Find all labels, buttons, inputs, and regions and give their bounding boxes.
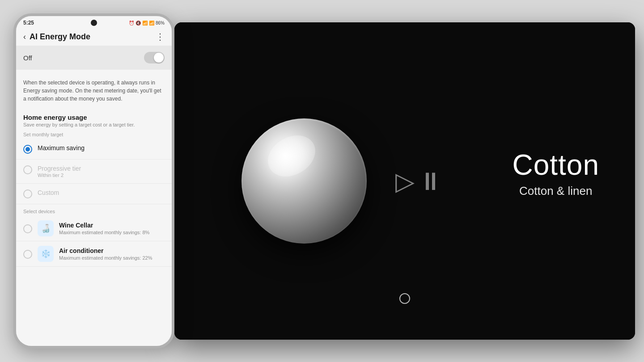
monthly-target-label: Set monthly target [16,128,172,139]
header-left: ‹ AI Energy Mode [23,32,90,42]
metallic-knob [242,118,367,244]
cotton-text-area: Cotton Cotton & linen [512,149,599,198]
status-time: 5:25 [23,20,34,26]
wine-cellar-info: Wine Cellar Maximum estimated monthly sa… [59,222,165,235]
app-title: AI Energy Mode [30,32,90,42]
main-scene: 5:25 ⏰ 🔇 📶 📶 86% ‹ AI Energy Mode ⋮ [0,0,644,362]
home-energy-title: Home energy usage [23,114,165,121]
play-pause-icon[interactable]: ▷ ⏸ [395,167,441,196]
off-toggle[interactable] [144,52,165,63]
wine-cellar-icon: 🍶 [38,220,54,236]
tv-screen: ▷ ⏸ Cotton Cotton & linen [174,22,635,340]
air-conditioner-savings: Maximum estimated monthly savings: 22% [59,255,165,261]
select-devices-label: Select devices [16,204,172,216]
volume-icon: 🔇 [136,21,141,25]
radio-label-custom: Custom [38,189,59,196]
cycle-subtitle: Cotton & linen [512,184,599,198]
radio-maximum-saving[interactable]: Maximum saving [16,139,172,160]
circle-indicator[interactable] [399,293,410,304]
radio-label-maximum: Maximum saving [38,144,85,152]
description-text: When the selected device is operating, i… [16,73,172,108]
wine-cellar-savings: Maximum estimated monthly savings: 8% [59,230,165,235]
home-energy-section: Home energy usage Save energy by setting… [16,108,172,128]
toggle-row: Off [16,46,172,70]
air-conditioner-name: Air conditioner [59,247,165,254]
phone-content: Off When the selected device is operatin… [16,46,172,346]
device-radio-wine-cellar [23,224,32,233]
radio-sublabel-progressive: Within tier 2 [38,173,81,178]
signal-icon: 📶 [149,21,154,25]
camera-notch [91,20,97,26]
air-conditioner-info: Air conditioner Maximum estimated monthl… [59,247,165,261]
device-item-wine-cellar[interactable]: 🍶 Wine Cellar Maximum estimated monthly … [16,216,172,241]
radio-progressive-tier[interactable]: Progressive tier Within tier 2 [16,160,172,184]
device-item-air-conditioner[interactable]: ❄️ Air conditioner Maximum estimated mon… [16,241,172,267]
toggle-label: Off [23,54,32,62]
radio-custom[interactable]: Custom [16,184,172,204]
app-header: ‹ AI Energy Mode ⋮ [16,28,172,46]
cycle-name: Cotton [512,149,599,181]
wine-cellar-name: Wine Cellar [59,222,165,229]
tv-panel: ▷ ⏸ Cotton Cotton & linen [174,22,635,340]
alarm-icon: ⏰ [129,21,134,25]
phone-device: 5:25 ⏰ 🔇 📶 📶 86% ‹ AI Energy Mode ⋮ [13,13,174,349]
radio-circle-progressive [23,165,32,174]
phone-container: 5:25 ⏰ 🔇 📶 📶 86% ‹ AI Energy Mode ⋮ [13,13,179,349]
air-conditioner-icon: ❄️ [38,246,54,262]
device-radio-air-conditioner [23,250,32,259]
battery-level: 86% [156,21,165,25]
radio-label-progressive: Progressive tier [38,165,81,172]
home-energy-subtitle: Save energy by setting a target cost or … [23,122,165,127]
status-icons: ⏰ 🔇 📶 📶 86% [129,21,165,25]
wifi-icon: 📶 [142,21,148,25]
radio-circle-maximum [23,145,32,154]
radio-circle-custom [23,189,32,198]
more-menu-button[interactable]: ⋮ [156,31,165,42]
back-button[interactable]: ‹ [23,32,26,42]
